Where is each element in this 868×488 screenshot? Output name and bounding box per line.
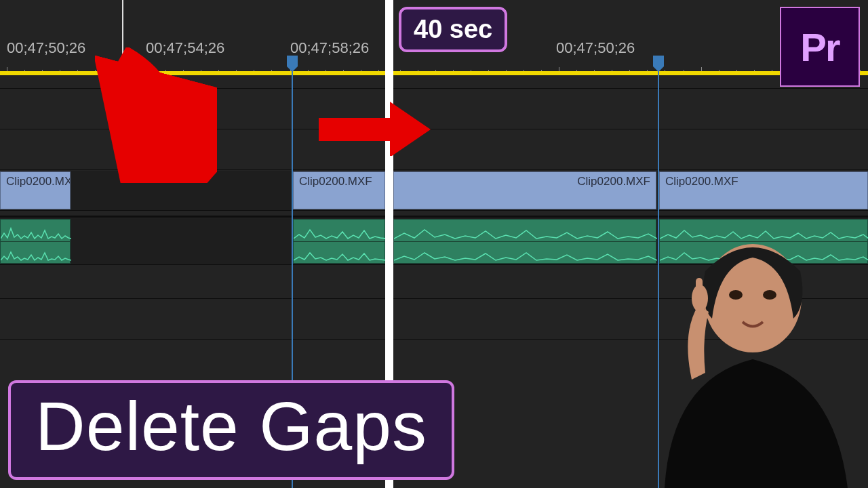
presenter-image xyxy=(624,230,854,488)
svg-rect-0 xyxy=(319,118,393,141)
callout-arrow-icon xyxy=(95,47,217,183)
timecode-label: 00;47;58;26 xyxy=(290,39,369,57)
playhead-marker-icon[interactable] xyxy=(653,56,664,66)
video-clip[interactable]: Clip0200.MXF xyxy=(293,171,385,209)
video-clip[interactable]: Clip0200.MXF xyxy=(659,171,868,209)
duration-text: 40 sec xyxy=(414,15,492,43)
timecode-label: 00;47;50;26 xyxy=(556,39,635,57)
title-text: Delete Gaps xyxy=(35,388,427,465)
clip-label: Clip0200.MXF xyxy=(1,172,70,191)
audio-clip[interactable] xyxy=(393,219,656,264)
title-badge: Delete Gaps xyxy=(8,380,454,480)
svg-point-3 xyxy=(763,290,776,300)
premiere-app-icon: Pr xyxy=(780,7,860,87)
video-clip[interactable]: Clip0200.MXF xyxy=(0,171,71,209)
audio-track[interactable] xyxy=(0,218,385,264)
clip-label: Clip0200.MXF xyxy=(660,172,867,191)
audio-clip[interactable] xyxy=(293,219,385,264)
duration-badge: 40 sec xyxy=(399,7,507,52)
video-clip[interactable]: Clip0200.MXF xyxy=(393,171,656,209)
clip-label: Clip0200.MXF xyxy=(394,172,656,191)
transition-arrow-icon xyxy=(319,102,434,156)
svg-rect-5 xyxy=(696,278,703,305)
video-track[interactable]: Clip0200.MXF Clip0200.MXF xyxy=(393,171,868,210)
app-abbr: Pr xyxy=(800,24,839,70)
playhead-marker-icon[interactable] xyxy=(287,56,298,66)
timecode-label: 00;47;50;26 xyxy=(7,39,85,57)
svg-point-2 xyxy=(729,290,743,300)
clip-label: Clip0200.MXF xyxy=(294,172,384,191)
audio-clip[interactable] xyxy=(0,219,71,264)
